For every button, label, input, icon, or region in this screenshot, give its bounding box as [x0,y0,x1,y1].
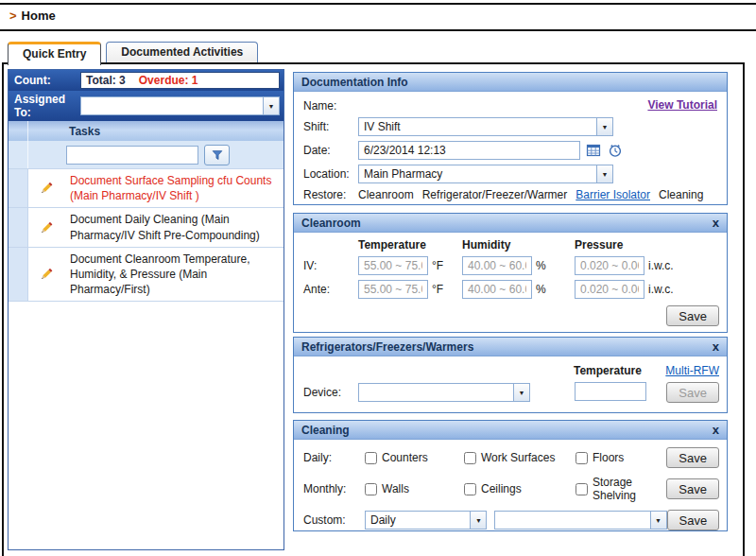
storage-shelving-label: Storage Shelving [593,476,666,502]
iv-pressure-input[interactable] [575,256,644,275]
location-row: Location: Main Pharmacy ▼ [294,165,727,183]
rfw-save-button[interactable]: Save [666,382,719,403]
cleanroom-column-headers: Temperature Humidity Pressure [294,238,727,252]
close-icon[interactable]: x [713,424,719,436]
assigned-to-select[interactable]: ▼ [80,96,280,115]
task-status-cell [9,169,28,207]
cleaning-header: Cleaning x [294,421,727,440]
cleanroom-save-button[interactable]: Save [666,305,719,326]
page: >Home Quick Entry Documented Activities … [0,0,756,556]
tab-quick-entry[interactable]: Quick Entry [8,42,101,65]
top-divider [0,3,756,5]
assigned-to-label: Assigned To: [14,93,80,119]
section-title: Refrigerators/Freezers/Warmers [301,340,473,354]
iv-temperature-input[interactable] [358,256,428,275]
task-text[interactable]: Document Cleanroom Temperature, Humidity… [64,248,284,302]
chevron-down-icon[interactable]: ▼ [470,512,486,529]
close-icon[interactable]: x [713,340,719,353]
section-title: Cleaning [301,424,350,437]
work-surfaces-checkbox[interactable] [464,452,476,464]
task-edit-cell[interactable] [28,169,64,207]
floors-checkbox[interactable] [576,452,588,464]
restore-label: Restore: [303,188,358,201]
custom-frequency-value: Daily [366,513,470,527]
task-status-cell [9,248,28,302]
humidity-unit: % [536,283,546,296]
device-row: Device: ▼ [303,383,530,402]
restore-barrier-isolator-link[interactable]: Barrier Isolator [576,188,650,201]
task-row[interactable]: Document Cleanroom Temperature, Humidity… [9,248,284,303]
breadcrumb-home-link[interactable]: Home [22,9,56,23]
chevron-down-icon[interactable]: ▼ [650,512,666,529]
tab-documented-activities[interactable]: Documented Activities [106,42,258,62]
pressure-column-header: Pressure [575,238,727,252]
walls-checkbox[interactable] [365,483,377,495]
breadcrumb-arrow-icon: > [9,9,17,23]
ceilings-label: Ceilings [481,482,522,495]
custom-save-button[interactable]: Save [667,510,720,530]
shift-select[interactable]: IV Shift ▼ [358,117,613,136]
shift-value: IV Shift [359,120,596,133]
rfw-header: Refrigerators/Freezers/Warmers x [294,338,727,356]
humidity-column-header: Humidity [462,238,575,252]
custom-task-select[interactable]: ▼ [494,511,666,530]
restore-cleaning: Cleaning [659,188,703,201]
work-surfaces-label: Work Surfaces [481,451,555,464]
floors-label: Floors [593,451,624,464]
device-label: Device: [303,386,358,399]
total-count: Total: 3 [86,74,126,87]
filter-funnel-icon [211,148,224,162]
device-select[interactable]: ▼ [358,383,530,402]
name-label: Name: [303,99,358,113]
count-summary: Total: 3Overdue: 1 [80,72,280,89]
multi-rfw-link[interactable]: Multi-RFW [665,364,719,377]
location-value: Main Pharmacy [359,167,596,181]
close-icon[interactable]: x [713,217,719,229]
ante-pressure-input[interactable] [575,280,644,299]
monthly-save-button[interactable]: Save [666,478,719,499]
custom-cleaning-row: Custom: Daily ▼ ▼ Save [294,510,727,530]
temperature-column-header: Temperature [358,238,462,252]
storage-shelving-checkbox[interactable] [576,483,588,495]
filter-button[interactable] [204,145,230,165]
task-status-cell [9,208,28,246]
view-tutorial-link[interactable]: View Tutorial [647,98,717,112]
iv-humidity-input[interactable] [462,256,532,275]
rfw-temperature-input[interactable] [575,382,646,401]
location-select[interactable]: Main Pharmacy ▼ [358,165,613,183]
task-text[interactable]: Document Surface Sampling cfu Counts (Ma… [64,169,284,207]
humidity-unit: % [536,259,546,272]
rfw-temperature-header: Temperature [574,364,642,377]
date-row: Date: [294,141,727,160]
count-row: Count: Total: 3Overdue: 1 [9,70,284,91]
task-text[interactable]: Document Daily Cleaning (Main Pharmacy/I… [64,208,284,246]
cleanroom-iv-row: IV: °F % i.w.c. [294,256,727,275]
grid-col-status [9,141,28,168]
custom-frequency-select[interactable]: Daily ▼ [365,511,487,530]
counters-checkbox[interactable] [365,452,377,464]
task-edit-cell[interactable] [28,208,64,246]
grid-col-edit [28,121,64,141]
tasks-filter-input[interactable] [66,146,198,165]
tab-bar: Quick Entry Documented Activities [8,42,258,65]
chevron-down-icon[interactable]: ▼ [596,118,612,135]
task-edit-cell[interactable] [28,248,64,302]
location-label: Location: [303,167,358,181]
date-input[interactable] [358,141,580,160]
shift-label: Shift: [303,120,358,133]
chevron-down-icon[interactable]: ▼ [263,97,279,114]
calendar-button[interactable] [585,142,602,159]
pencil-icon [39,220,54,235]
overdue-count: Overdue: 1 [139,74,198,87]
tasks-filter-row [9,141,284,169]
chevron-down-icon[interactable]: ▼ [513,384,529,401]
chevron-down-icon[interactable]: ▼ [596,165,612,182]
task-row[interactable]: Document Daily Cleaning (Main Pharmacy/I… [9,208,284,247]
ante-temperature-input[interactable] [358,280,428,299]
daily-save-button[interactable]: Save [666,447,719,468]
ante-humidity-input[interactable] [462,280,532,299]
calendar-icon [586,143,601,158]
task-row[interactable]: Document Surface Sampling cfu Counts (Ma… [9,169,284,208]
time-button[interactable] [607,142,624,159]
ceilings-checkbox[interactable] [464,483,476,495]
